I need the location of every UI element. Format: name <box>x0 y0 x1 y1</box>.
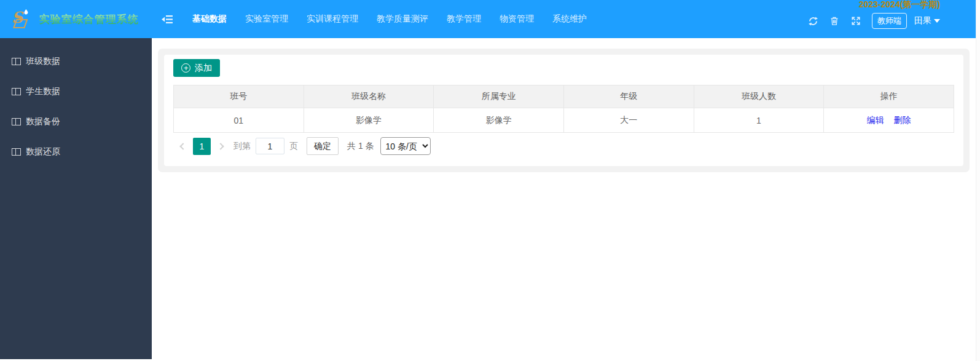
scrollbar[interactable] <box>976 0 980 361</box>
cell-class-name: 影像学 <box>304 108 434 133</box>
class-data-card: 添加 班号 班级名称 所属专业 年级 班级人数 操作 <box>164 55 963 166</box>
refresh-icon[interactable] <box>807 15 818 26</box>
pagination: 1 到第 页 确定 共 1 条 10 条/页 <box>173 137 954 155</box>
page-number-button[interactable]: 1 <box>193 138 211 155</box>
next-page-button[interactable] <box>213 138 229 155</box>
semester-label: 2023-2024(第一学期) <box>859 0 940 10</box>
nav-item-lab-management[interactable]: 实验室管理 <box>236 0 297 38</box>
cell-class-no: 01 <box>174 108 304 133</box>
window-icon <box>12 88 21 95</box>
nav-item-system-maintenance[interactable]: 系统维护 <box>543 0 596 38</box>
confirm-page-button[interactable]: 确定 <box>307 137 339 155</box>
menu-collapse-icon[interactable] <box>152 0 183 38</box>
topbar-actions: 教师端 田果 <box>807 13 940 29</box>
top-nav: 基础数据 实验室管理 实训课程管理 教学质量测评 教学管理 物资管理 系统维护 <box>152 0 596 38</box>
sidebar-item-label: 学生数据 <box>26 86 60 97</box>
sidebar-item-label: 班级数据 <box>26 56 60 67</box>
brand: S 实验室综合管理系统 <box>0 0 152 38</box>
app-logo-icon: S <box>10 7 33 31</box>
cell-major: 影像学 <box>434 108 564 133</box>
page-shell: 班级数据 学生数据 数据备份 数据还原 添加 <box>0 38 980 361</box>
sidebar-item-data-restore[interactable]: 数据还原 <box>0 137 152 167</box>
sidebar-item-student-data[interactable]: 学生数据 <box>0 76 152 106</box>
teacher-portal-button[interactable]: 教师端 <box>872 13 907 29</box>
class-table: 班号 班级名称 所属专业 年级 班级人数 操作 01 影像学 影像学 <box>173 85 954 133</box>
content-area: 添加 班号 班级名称 所属专业 年级 班级人数 操作 <box>158 49 970 172</box>
tab-strip <box>152 38 976 49</box>
window-icon <box>12 58 21 65</box>
main-pane: 添加 班号 班级名称 所属专业 年级 班级人数 操作 <box>152 38 976 361</box>
cell-class-size: 1 <box>694 108 824 133</box>
nav-item-training-course-management[interactable]: 实训课程管理 <box>297 0 367 38</box>
col-header-operations: 操作 <box>824 85 954 108</box>
add-button[interactable]: 添加 <box>173 59 220 77</box>
col-header-class-no: 班号 <box>174 85 304 108</box>
goto-prefix-label: 到第 <box>233 141 251 152</box>
chevron-right-icon <box>217 143 224 149</box>
nav-item-teaching-quality-eval[interactable]: 教学质量测评 <box>367 0 437 38</box>
window-icon <box>12 118 21 125</box>
col-header-grade: 年级 <box>563 85 694 108</box>
prev-page-button[interactable] <box>175 138 191 155</box>
caret-down-icon <box>934 19 940 23</box>
col-header-major: 所属专业 <box>434 85 564 108</box>
page-size-select[interactable]: 10 条/页 <box>380 137 431 155</box>
page-input[interactable] <box>256 138 284 154</box>
nav-item-basic-data[interactable]: 基础数据 <box>183 0 236 38</box>
user-menu[interactable]: 田果 <box>914 15 940 26</box>
sidebar: 班级数据 学生数据 数据备份 数据还原 <box>0 38 152 359</box>
col-header-class-size: 班级人数 <box>694 85 824 108</box>
sidebar-item-label: 数据备份 <box>26 116 60 127</box>
menu-collapse-icon-glyph <box>162 15 173 24</box>
nav-item-materials-management[interactable]: 物资管理 <box>490 0 543 38</box>
chevron-left-icon <box>179 143 186 149</box>
app-title: 实验室综合管理系统 <box>39 12 139 26</box>
topbar-right: 2023-2024(第一学期) <box>807 0 976 38</box>
window-icon <box>12 148 21 156</box>
col-header-class-name: 班级名称 <box>304 85 434 108</box>
cell-operations: 编辑 删除 <box>824 108 954 133</box>
sidebar-item-class-data[interactable]: 班级数据 <box>0 46 152 76</box>
fullscreen-icon[interactable] <box>850 15 861 26</box>
total-count-label: 共 1 条 <box>347 141 374 152</box>
table-header-row: 班号 班级名称 所属专业 年级 班级人数 操作 <box>174 85 954 108</box>
sidebar-item-label: 数据还原 <box>26 146 60 157</box>
delete-link[interactable]: 删除 <box>894 115 911 125</box>
edit-link[interactable]: 编辑 <box>867 115 884 125</box>
cell-grade: 大一 <box>563 108 694 133</box>
nav-item-teaching-management[interactable]: 教学管理 <box>437 0 490 38</box>
username: 田果 <box>914 15 931 26</box>
table-row: 01 影像学 影像学 大一 1 编辑 删除 <box>174 108 954 133</box>
add-button-label: 添加 <box>195 63 212 74</box>
plus-circle-icon <box>181 63 190 73</box>
svg-text:S: S <box>12 9 24 26</box>
sidebar-item-data-backup[interactable]: 数据备份 <box>0 106 152 137</box>
trash-icon[interactable] <box>829 15 840 26</box>
goto-suffix-label: 页 <box>289 141 298 152</box>
top-header-bar: S 实验室综合管理系统 基础数据 实验室管理 实训课程管理 教学质量测评 教学管… <box>0 0 976 38</box>
